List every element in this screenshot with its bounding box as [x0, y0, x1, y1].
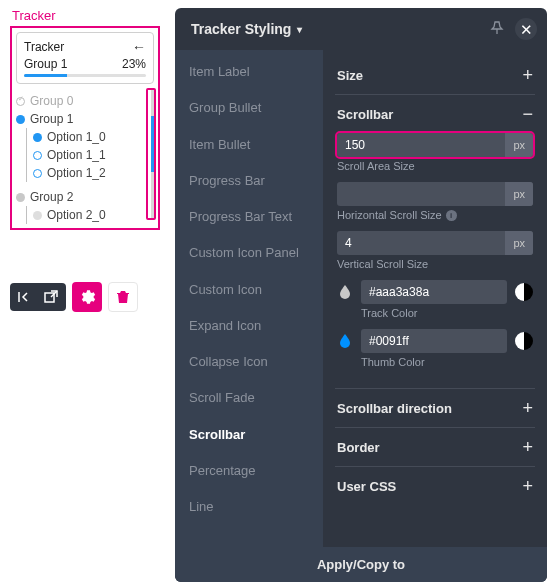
tree-item[interactable]: Group 0	[30, 94, 73, 108]
trash-icon[interactable]	[108, 282, 138, 312]
tree-item[interactable]: Option 1_0	[47, 130, 106, 144]
tree-item[interactable]: Option 2_0	[47, 208, 106, 222]
sidebar-item-expand-icon[interactable]: Expand Icon	[175, 308, 323, 344]
scroll-area-size-input[interactable]	[337, 133, 505, 157]
thumb-color-input[interactable]	[361, 329, 507, 353]
section-user-css[interactable]: User CSS +	[337, 477, 533, 495]
section-size[interactable]: Size +	[337, 66, 533, 84]
bullet-icon	[16, 115, 25, 124]
section-label: Size	[337, 68, 363, 83]
unit-label: px	[505, 133, 533, 157]
styling-panel: Tracker Styling ▾ ✕ Item Label Group Bul…	[175, 8, 547, 582]
tree-item[interactable]: Group 2	[30, 190, 73, 204]
check-icon	[16, 97, 25, 106]
horizontal-scroll-input[interactable]	[337, 182, 505, 206]
bullet-icon	[33, 151, 42, 160]
vertical-scroll-input[interactable]	[337, 231, 505, 255]
tracker-tree: Group 0 Group 1 Option 1_0 Option 1_1 Op…	[16, 92, 154, 224]
section-label: Scrollbar direction	[337, 401, 452, 416]
gear-icon[interactable]	[72, 282, 102, 312]
sidebar-item-scrollbar[interactable]: Scrollbar	[175, 417, 323, 453]
content: Size + Scrollbar − px Scroll Area Size	[323, 50, 547, 547]
group-label: Group 1	[24, 57, 67, 71]
sidebar-item-item-bullet[interactable]: Item Bullet	[175, 127, 323, 163]
sidebar-item-line[interactable]: Line	[175, 489, 323, 525]
unit-label: px	[505, 182, 533, 206]
chevron-down-icon: ▾	[297, 24, 302, 35]
sidebar-item-collapse-icon[interactable]: Collapse Icon	[175, 344, 323, 380]
plus-icon: +	[522, 66, 533, 84]
tree-item[interactable]: Option 1_1	[47, 148, 106, 162]
field-label: Thumb Color	[361, 356, 533, 368]
preview-title: Tracker	[12, 8, 160, 23]
section-scrollbar[interactable]: Scrollbar −	[337, 105, 533, 123]
preview-box: Tracker ← Group 1 23% Group 0 Group 1 Op…	[10, 26, 160, 230]
arrow-left-icon[interactable]: ←	[132, 39, 146, 55]
unit-label: px	[505, 231, 533, 255]
apply-copy-button[interactable]: Apply/Copy to	[175, 547, 547, 582]
section-label: User CSS	[337, 479, 396, 494]
plus-icon: +	[522, 438, 533, 456]
field-label: Horizontal Scroll Sizei	[337, 209, 533, 221]
sidebar-item-custom-icon-panel[interactable]: Custom Icon Panel	[175, 235, 323, 271]
minus-icon: −	[522, 105, 533, 123]
sidebar-item-item-label[interactable]: Item Label	[175, 54, 323, 90]
progress-bar	[24, 74, 146, 77]
sidebar-item-progress-bar-text[interactable]: Progress Bar Text	[175, 199, 323, 235]
tracker-name: Tracker	[24, 40, 64, 54]
sidebar-item-percentage[interactable]: Percentage	[175, 453, 323, 489]
percent-label: 23%	[122, 57, 146, 71]
tracker-card: Tracker ← Group 1 23%	[16, 32, 154, 84]
track-color-input[interactable]	[361, 280, 507, 304]
bullet-icon	[16, 193, 25, 202]
field-label: Vertical Scroll Size	[337, 258, 533, 270]
field-label: Track Color	[361, 307, 533, 319]
bullet-icon	[33, 169, 42, 178]
drop-icon	[337, 284, 353, 300]
panel-title-text: Tracker Styling	[191, 21, 291, 37]
collapse-icon[interactable]	[16, 288, 34, 306]
drop-icon	[337, 333, 353, 349]
section-label: Border	[337, 440, 380, 455]
section-scrollbar-direction[interactable]: Scrollbar direction +	[337, 399, 533, 417]
bullet-icon	[33, 211, 42, 220]
sidebar-item-group-bullet[interactable]: Group Bullet	[175, 90, 323, 126]
plus-icon: +	[522, 399, 533, 417]
sidebar-item-custom-icon[interactable]: Custom Icon	[175, 272, 323, 308]
section-label: Scrollbar	[337, 107, 393, 122]
sidebar: Item Label Group Bullet Item Bullet Prog…	[175, 50, 323, 547]
contrast-icon[interactable]	[515, 283, 533, 301]
panel-title[interactable]: Tracker Styling ▾	[191, 21, 302, 37]
close-icon[interactable]: ✕	[515, 18, 537, 40]
info-icon[interactable]: i	[446, 210, 457, 221]
section-border[interactable]: Border +	[337, 438, 533, 456]
scrollbar-highlight	[146, 88, 156, 220]
sidebar-item-scroll-fade[interactable]: Scroll Fade	[175, 380, 323, 416]
popout-icon[interactable]	[42, 288, 60, 306]
tree-item[interactable]: Group 1	[30, 112, 73, 126]
plus-icon: +	[522, 477, 533, 495]
field-label: Scroll Area Size	[337, 160, 533, 172]
pin-icon[interactable]	[489, 20, 505, 39]
bullet-icon	[33, 133, 42, 142]
sidebar-item-progress-bar[interactable]: Progress Bar	[175, 163, 323, 199]
contrast-icon[interactable]	[515, 332, 533, 350]
tree-item[interactable]: Option 1_2	[47, 166, 106, 180]
toolbar-dark	[10, 283, 66, 311]
